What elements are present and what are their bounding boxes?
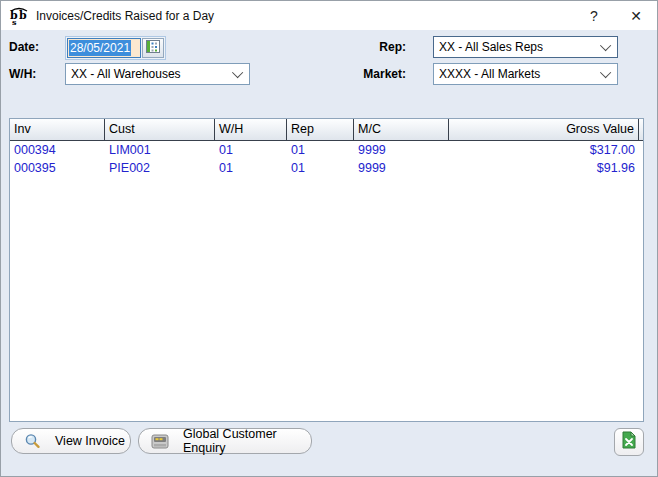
rep-label: Rep: [331, 40, 406, 54]
table-cell: LIM001 [105, 141, 215, 159]
warehouse-dropdown[interactable]: XX - All Warehouses [65, 63, 250, 85]
dialog-body: Date: 28/05/2021 [1, 30, 657, 476]
view-invoice-label: View Invoice [55, 434, 125, 448]
dialog-window: b b s Invoices/Credits Raised for a Day … [0, 0, 658, 477]
svg-text:b: b [19, 9, 27, 22]
view-invoice-button[interactable]: View Invoice [11, 428, 131, 454]
table-cell: 01 [287, 141, 354, 159]
invoice-table: InvCustW/HRepM/CGross Value 000394LIM001… [9, 118, 644, 422]
table-cell: 01 [287, 159, 354, 177]
table-row[interactable]: 000394LIM00101019999$317.00 [10, 141, 643, 159]
export-to-excel-button[interactable] [614, 428, 644, 456]
table-cell: 9999 [354, 159, 449, 177]
wh-label: W/H: [9, 67, 36, 81]
cash-till-icon [151, 434, 169, 449]
market-dropdown-value: XXXX - All Markets [439, 67, 603, 81]
close-button[interactable]: ✕ [615, 1, 657, 30]
help-button[interactable]: ? [573, 1, 615, 30]
magnifier-icon [24, 433, 41, 450]
table-cell: 01 [215, 159, 287, 177]
header-cell-rep: Rep [287, 119, 354, 140]
table-cell: $91.96 [449, 159, 639, 177]
excel-export-icon [621, 431, 637, 453]
header-cell-w-h: W/H [215, 119, 287, 140]
global-customer-enquiry-label: Global Customer Enquiry [183, 427, 311, 455]
invoice-table-header: InvCustW/HRepM/CGross Value [10, 119, 643, 141]
table-cell: 9999 [354, 141, 449, 159]
calendar-button[interactable] [142, 38, 164, 58]
title-bar: b b s Invoices/Credits Raised for a Day … [1, 1, 657, 30]
table-cell: 01 [215, 141, 287, 159]
table-row[interactable]: 000395PIE00201019999$91.96 [10, 159, 643, 177]
table-cell: 000394 [10, 141, 105, 159]
calendar-icon [146, 39, 160, 57]
table-cell: $317.00 [449, 141, 639, 159]
svg-text:s: s [12, 17, 17, 26]
date-field-group: 28/05/2021 [65, 36, 166, 60]
market-dropdown[interactable]: XXXX - All Markets [433, 63, 618, 85]
market-label: Market: [331, 67, 406, 81]
header-cell-gross-value: Gross Value [449, 119, 639, 140]
window-title: Invoices/Credits Raised for a Day [36, 9, 573, 23]
header-cell-m-c: M/C [354, 119, 449, 140]
table-cell: 000395 [10, 159, 105, 177]
header-cell-inv: Inv [10, 119, 105, 140]
bbs-logo-icon: b b s [8, 6, 30, 26]
date-value-selected: 28/05/2021 [69, 40, 131, 56]
rep-dropdown-value: XX - All Sales Reps [439, 40, 603, 54]
header-cell-cust: Cust [105, 119, 215, 140]
warehouse-dropdown-value: XX - All Warehouses [71, 67, 235, 81]
date-label: Date: [9, 40, 39, 54]
global-customer-enquiry-button[interactable]: Global Customer Enquiry [138, 428, 312, 454]
invoice-table-body: 000394LIM00101019999$317.00000395PIE0020… [10, 141, 643, 177]
date-input[interactable]: 28/05/2021 [67, 38, 141, 58]
rep-dropdown[interactable]: XX - All Sales Reps [433, 36, 618, 58]
table-cell: PIE002 [105, 159, 215, 177]
header-filler [639, 119, 643, 140]
